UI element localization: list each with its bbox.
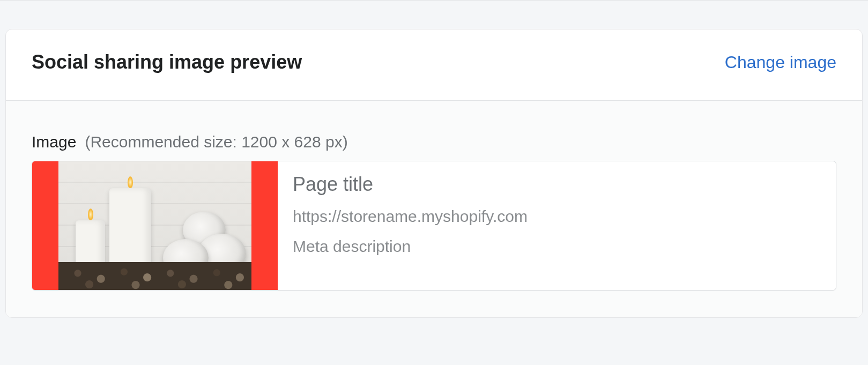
pebbles-icon: [58, 262, 251, 290]
preview-meta-description: Meta description: [293, 237, 528, 256]
card-header: Social sharing image preview Change imag…: [6, 29, 862, 101]
social-sharing-card: Social sharing image preview Change imag…: [5, 29, 863, 318]
preview-page-title: Page title: [293, 173, 528, 196]
preview-thumbnail-photo: [58, 161, 251, 290]
flame-icon: [128, 176, 133, 188]
preview-thumbnail[interactable]: [32, 161, 278, 290]
preview-text-block: Page title https://storename.myshopify.c…: [278, 161, 543, 290]
recommended-size-hint: (Recommended size: 1200 x 628 px): [85, 133, 347, 151]
change-image-link[interactable]: Change image: [725, 53, 836, 72]
image-label: Image: [32, 133, 76, 151]
preview-card: Page title https://storename.myshopify.c…: [32, 161, 836, 290]
flame-icon: [88, 208, 93, 220]
card-body: Image (Recommended size: 1200 x 628 px): [6, 101, 862, 317]
card-title: Social sharing image preview: [32, 51, 302, 73]
image-label-row: Image (Recommended size: 1200 x 628 px): [32, 133, 836, 151]
preview-url: https://storename.myshopify.com: [293, 207, 528, 226]
page-container: Social sharing image preview Change imag…: [0, 0, 868, 323]
